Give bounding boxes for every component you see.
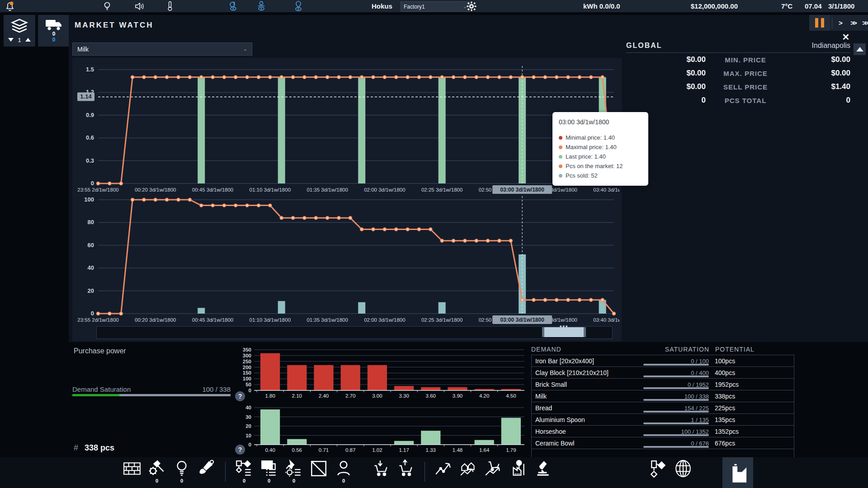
time-range-scrollbar[interactable]: ●●● bbox=[96, 326, 613, 339]
hash-icon: # bbox=[74, 443, 78, 452]
toolbar-chartcart-button[interactable] bbox=[481, 459, 505, 487]
game-screen: Hokus Factory1 ⌄ kWh 0.0/0.0 $12,000,000… bbox=[0, 0, 868, 488]
toolbar-crossbox-button[interactable] bbox=[307, 459, 330, 487]
demand-row[interactable]: Bread 154 / 225 225pcs bbox=[532, 402, 794, 414]
demand-row[interactable]: Milk 100 / 338 338pcs bbox=[532, 390, 794, 402]
toolbar-cartup-button[interactable] bbox=[394, 459, 418, 487]
toolbar-idea-button[interactable]: 0 bbox=[170, 459, 193, 487]
layer-selector[interactable]: 1 bbox=[4, 15, 35, 47]
toolbar-pinlist-button[interactable]: 0 bbox=[282, 459, 306, 487]
sound-speaker-icon[interactable] bbox=[134, 0, 145, 12]
svg-text:1.48: 1.48 bbox=[453, 447, 462, 453]
svg-text:02:00 3d/1w/1800: 02:00 3d/1w/1800 bbox=[364, 187, 405, 192]
product-name: Iron Bar [20x20x400] bbox=[532, 357, 643, 365]
pinlist-icon bbox=[284, 459, 303, 478]
purchase-power-histogram[interactable]: 0501001502002503003501.802.102.402.703.0… bbox=[235, 347, 527, 403]
layer-up-button[interactable] bbox=[25, 38, 31, 42]
demand-row[interactable]: Brick Small 0 / 1952 1952pcs bbox=[532, 379, 794, 390]
svg-text:23:55 2d/1w/1800: 23:55 2d/1w/1800 bbox=[77, 317, 118, 323]
svg-text:1.79: 1.79 bbox=[506, 447, 516, 453]
notifications-bell-icon[interactable] bbox=[5, 0, 15, 12]
help-icon[interactable]: ? bbox=[235, 391, 245, 401]
svg-text:03:00 3d/1w/1800: 03:00 3d/1w/1800 bbox=[500, 317, 544, 323]
toolbar-flow-button[interactable]: 0 bbox=[232, 459, 256, 487]
demand-saturation-progressbar bbox=[72, 394, 231, 396]
market-quantity-chart[interactable]: 02040608010023:55 2d/1w/180000:20 3d/1w/… bbox=[75, 193, 619, 325]
svg-text:20: 20 bbox=[245, 423, 251, 429]
factory-select[interactable]: Factory1 ⌄ bbox=[401, 1, 470, 12]
help-icon[interactable]: ? bbox=[235, 445, 245, 455]
chartcart-icon bbox=[484, 459, 503, 478]
scroll-up-button[interactable] bbox=[854, 43, 866, 55]
potential-value: 100pcs bbox=[709, 357, 794, 365]
svg-text:0: 0 bbox=[91, 180, 94, 187]
page-title: MARKET WATCH bbox=[75, 21, 154, 30]
close-button[interactable]: ✕ bbox=[839, 31, 853, 43]
toolbar-chartline-button[interactable] bbox=[432, 459, 455, 487]
svg-text:01:35 3d/1w/1800: 01:35 3d/1w/1800 bbox=[307, 187, 348, 192]
sold-by-price-histogram[interactable]: 0102030400.400.560.710.871.021.171.331.4… bbox=[235, 405, 527, 457]
product-name: Aluminium Spoon bbox=[532, 416, 643, 423]
product-select[interactable]: Milk ⌄ bbox=[72, 42, 252, 56]
svg-text:0.71: 0.71 bbox=[319, 447, 329, 453]
local-value: $0.00 bbox=[785, 55, 850, 64]
svg-text:4.20: 4.20 bbox=[479, 393, 489, 399]
stat-label: SELL PRICE bbox=[706, 83, 785, 91]
saturation-progressbar bbox=[643, 364, 709, 366]
series-dot-icon bbox=[559, 164, 562, 168]
layer-down-button[interactable] bbox=[8, 38, 14, 42]
settings-gear-icon[interactable] bbox=[467, 0, 476, 12]
toolbar-construct-button[interactable]: 0 bbox=[145, 459, 169, 487]
svg-text:0.40: 0.40 bbox=[265, 447, 275, 453]
time-range-handle[interactable]: ●●● bbox=[542, 327, 586, 337]
toolbar-bricks-button[interactable] bbox=[120, 459, 144, 487]
layers-icon bbox=[9, 19, 29, 35]
demand-row[interactable]: Clay Block [210x210x210] 0 / 400 400pcs bbox=[532, 367, 794, 379]
stat-label: MIN. PRICE bbox=[706, 56, 785, 64]
svg-text:3.60: 3.60 bbox=[426, 393, 436, 399]
pause-icon bbox=[815, 18, 818, 28]
people-visibility-icon[interactable] bbox=[255, 0, 267, 12]
toolbar-paint-button[interactable] bbox=[195, 459, 218, 487]
speed-controls: > >> >>> bbox=[809, 15, 868, 31]
speed-3x-button[interactable]: >>> bbox=[860, 15, 868, 31]
svg-text:1.02: 1.02 bbox=[372, 447, 382, 453]
potential-value: 1952pcs bbox=[709, 381, 794, 388]
idea-bulb-icon[interactable] bbox=[103, 0, 112, 12]
svg-text:40: 40 bbox=[245, 405, 251, 410]
svg-text:02:25 3d/1w/1800: 02:25 3d/1w/1800 bbox=[421, 317, 462, 323]
svg-text:0.6: 0.6 bbox=[86, 134, 94, 141]
toolbar-person-button[interactable]: 0 bbox=[332, 459, 355, 487]
location-visibility-icon[interactable] bbox=[293, 0, 304, 12]
toolbar-microscope-button[interactable] bbox=[531, 459, 555, 487]
demand-row[interactable]: Horseshoe 100 / 1352 1352pcs bbox=[532, 426, 794, 437]
global-stat-row: $0.00 SELL PRICE $1.40 bbox=[626, 80, 850, 94]
pause-button[interactable] bbox=[809, 15, 830, 31]
toolbar-charthouses-button[interactable] bbox=[457, 459, 480, 487]
toolbar-production-button[interactable] bbox=[722, 457, 753, 488]
toolbar-flow2-button[interactable] bbox=[646, 459, 670, 487]
speed-1x-button[interactable]: > bbox=[834, 15, 847, 31]
demand-row[interactable]: Ceramic Bowl 0 / 676 676pcs bbox=[532, 437, 794, 449]
toolbar-globe-button[interactable] bbox=[671, 459, 695, 487]
toolbar-doclist-button[interactable]: 0 bbox=[257, 459, 281, 487]
svg-text:0.87: 0.87 bbox=[345, 447, 355, 453]
toolbar-divider bbox=[425, 462, 425, 482]
toolbar-divider bbox=[225, 462, 226, 482]
player-name: Hokus bbox=[372, 2, 392, 10]
speed-2x-button[interactable]: >> bbox=[847, 15, 860, 31]
factory-select-value: Factory1 bbox=[404, 4, 425, 10]
svg-text:01:10 3d/1w/1800: 01:10 3d/1w/1800 bbox=[250, 317, 291, 323]
svg-text:2.10: 2.10 bbox=[292, 393, 302, 399]
toolbar-badge: 0 bbox=[268, 479, 270, 483]
temperature-thermometer-icon[interactable] bbox=[167, 0, 173, 12]
demand-row[interactable]: Iron Bar [20x20x400] 0 / 100 100pcs bbox=[532, 355, 794, 367]
toolbar-chartfactory-button[interactable] bbox=[506, 459, 530, 487]
svg-text:00:20 3d/1w/1800: 00:20 3d/1w/1800 bbox=[135, 317, 176, 323]
price-history-chart[interactable]: 00.30.60.91.21.51.1423:55 2d/1w/180000:2… bbox=[75, 63, 619, 195]
deliveries-button[interactable]: 0 0 bbox=[38, 15, 70, 47]
inspect-visibility-icon[interactable] bbox=[227, 0, 240, 12]
svg-text:0: 0 bbox=[91, 310, 94, 317]
toolbar-cartdown-button[interactable] bbox=[369, 459, 393, 487]
demand-row[interactable]: Aluminium Spoon 1 / 135 135pcs bbox=[532, 414, 794, 426]
